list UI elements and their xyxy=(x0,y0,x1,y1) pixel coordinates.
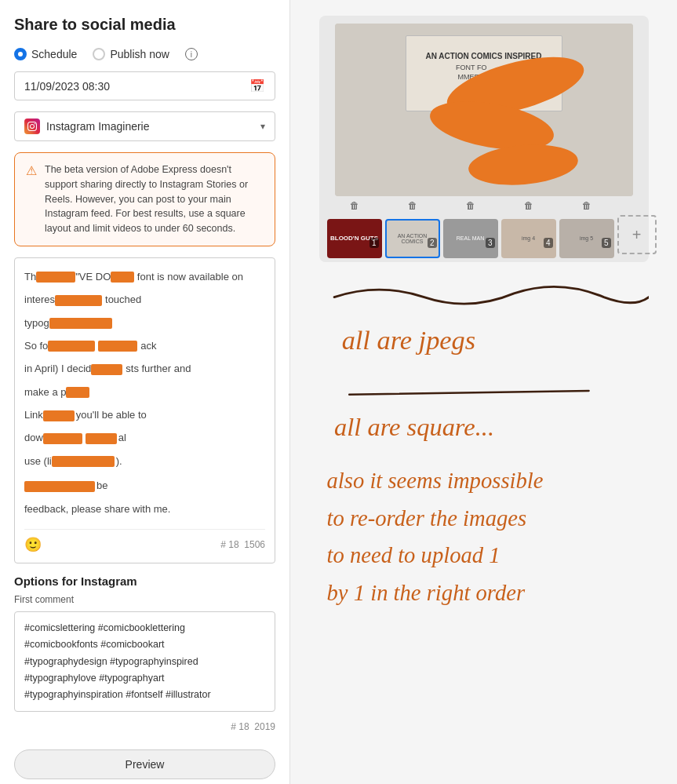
warning-icon: ⚠ xyxy=(26,163,37,236)
info-icon[interactable]: i xyxy=(185,48,198,60)
first-comment-label: First comment xyxy=(14,594,275,605)
emoji-button[interactable]: 🙂 xyxy=(24,536,42,553)
annotation-svg: all are jpegs all are square... also it … xyxy=(319,275,649,679)
chevron-down-icon: ▾ xyxy=(260,121,265,132)
preview-button[interactable]: Preview xyxy=(14,749,275,779)
warning-box: ⚠ The beta version of Adobe Express does… xyxy=(14,152,275,246)
platform-account: Imaginerie xyxy=(98,120,149,133)
svg-text:to need to upload 1: to need to upload 1 xyxy=(326,542,500,567)
instagram-icon xyxy=(24,119,40,134)
thumb-number-3: 3 xyxy=(486,238,495,248)
caption-box[interactable]: Th"VE DO font is now available on intere… xyxy=(14,257,275,563)
delete-thumb-5-icon[interactable]: 🗑 xyxy=(582,200,591,211)
schedule-option[interactable]: Schedule xyxy=(14,48,77,60)
publish-mode-group: Schedule Publish now i xyxy=(14,48,275,60)
comment-char-count: # 18 2019 xyxy=(231,721,275,732)
svg-text:all are square...: all are square... xyxy=(334,413,494,441)
platform-name: Instagram Imaginerie xyxy=(46,120,254,133)
delete-thumb-2-icon[interactable]: 🗑 xyxy=(408,200,417,211)
thumbnail-4[interactable]: 🗑 img 4 4 xyxy=(501,208,556,251)
caption-footer: 🙂 # 18 1506 xyxy=(24,529,265,553)
calendar-icon[interactable]: 📅 xyxy=(249,78,265,93)
svg-text:also it seems impossible: also it seems impossible xyxy=(326,468,543,493)
first-comment-box[interactable]: #comicslettering #comicbooklettering #co… xyxy=(14,611,275,712)
delete-thumb-3-icon[interactable]: 🗑 xyxy=(466,200,475,211)
char-count: # 18 1506 xyxy=(220,539,265,550)
schedule-radio[interactable] xyxy=(14,48,27,60)
thumb-number-2: 2 xyxy=(428,238,437,248)
thumbnail-2[interactable]: 🗑 AN ACTION COMICS 2 xyxy=(385,208,440,251)
image-preview: AN ACTION COMICS INSPIRED FONT FO R MMER… xyxy=(319,16,649,262)
first-comment-text[interactable]: #comicslettering #comicbooklettering #co… xyxy=(24,620,265,703)
publish-now-label: Publish now xyxy=(110,48,169,60)
publish-now-option[interactable]: Publish now xyxy=(93,48,169,60)
thumbnail-strip: 🗑 BLOOD'N GUTS 1 🗑 AN ACTION COMICS 2 🗑 … xyxy=(327,204,641,254)
comment-footer: # 18 2019 xyxy=(14,721,275,732)
panel-title: Share to social media xyxy=(14,16,275,34)
thumbnail-5[interactable]: 🗑 img 5 5 xyxy=(559,208,614,251)
thumb-number-5: 5 xyxy=(602,238,611,248)
delete-thumb-1-icon[interactable]: 🗑 xyxy=(350,200,359,211)
caption-text: Th"VE DO font is now available on intere… xyxy=(24,268,265,523)
svg-text:all are jpegs: all are jpegs xyxy=(341,325,475,355)
svg-line-4 xyxy=(349,391,588,395)
thumbnail-3[interactable]: 🗑 REAL MAN 3 xyxy=(443,208,498,251)
thumbnail-1[interactable]: 🗑 BLOOD'N GUTS 1 xyxy=(327,208,382,251)
platform-selector[interactable]: Instagram Imaginerie ▾ xyxy=(14,111,275,141)
left-panel: Share to social media Schedule Publish n… xyxy=(0,0,290,784)
main-image: AN ACTION COMICS INSPIRED FONT FO R MMER… xyxy=(335,24,633,196)
schedule-label: Schedule xyxy=(31,48,77,60)
publish-now-radio[interactable] xyxy=(93,48,105,60)
thumb-number-1: 1 xyxy=(369,238,379,248)
thumb-number-4: 4 xyxy=(544,238,553,248)
date-input[interactable] xyxy=(24,80,249,93)
right-panel: AN ACTION COMICS INSPIRED FONT FO R MMER… xyxy=(290,0,677,784)
platform-type: Instagram xyxy=(46,120,95,133)
svg-text:by 1  in the right order: by 1 in the right order xyxy=(326,580,525,605)
svg-point-2 xyxy=(467,140,580,189)
date-input-wrapper[interactable]: 📅 xyxy=(14,71,275,100)
svg-text:to re-order the images: to re-order the images xyxy=(326,505,526,531)
options-section: Options for Instagram First comment #com… xyxy=(14,574,275,732)
warning-text: The beta version of Adobe Express doesn'… xyxy=(45,162,264,236)
annotation-area: all are jpegs all are square... also it … xyxy=(319,275,649,682)
delete-thumb-4-icon[interactable]: 🗑 xyxy=(524,200,533,211)
options-title: Options for Instagram xyxy=(14,574,275,588)
add-thumbnail-button[interactable]: + xyxy=(617,215,657,254)
